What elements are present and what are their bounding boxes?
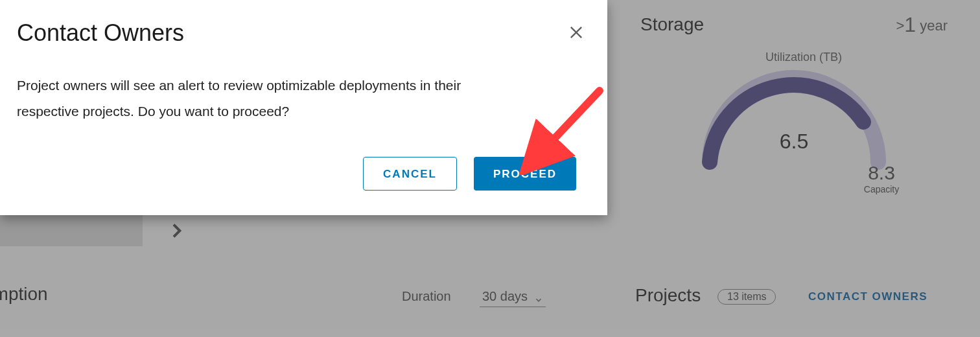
capacity-value: 8.3 (852, 162, 911, 184)
duration-label: Duration (402, 289, 451, 304)
gauge-used-value: 6.5 (697, 130, 891, 154)
proceed-button[interactable]: PROCEED (474, 157, 576, 191)
close-button[interactable] (567, 23, 585, 41)
duration-select[interactable]: 30 days (480, 289, 546, 307)
contact-owners-dialog: Contact Owners Project owners will see a… (0, 0, 607, 215)
dialog-body: Project owners will see an alert to revi… (17, 73, 509, 124)
chevron-right-icon[interactable] (166, 220, 187, 241)
storage-range: >1 year (896, 13, 948, 37)
range-unit: year (920, 17, 948, 34)
consumption-title: sumption (0, 284, 48, 305)
bottom-row: sumption Duration 30 days Projects 13 it… (0, 277, 980, 316)
dialog-header: Contact Owners (17, 17, 590, 47)
capacity-label: Capacity (852, 184, 911, 194)
cancel-button[interactable]: CANCEL (363, 157, 457, 191)
projects-count-pill: 13 items (718, 289, 776, 305)
dialog-footer: CANCEL PROCEED (17, 157, 590, 201)
range-value: 1 (904, 13, 916, 36)
gauge-title: Utilization (TB) (635, 51, 972, 64)
sidebar-stub (0, 214, 143, 246)
gauge-icon (697, 65, 891, 175)
dialog-title: Contact Owners (17, 19, 184, 47)
duration-value-text: 30 days (482, 289, 528, 303)
contact-owners-link[interactable]: CONTACT OWNERS (808, 290, 928, 303)
range-prefix: > (896, 17, 904, 34)
storage-card: Storage >1 year Utilization (TB) 6.5 8.3… (635, 0, 972, 201)
close-icon (567, 23, 585, 41)
projects-title: Projects (635, 285, 701, 306)
gauge-capacity: 8.3 Capacity (852, 162, 911, 194)
chevron-down-icon (534, 293, 543, 302)
